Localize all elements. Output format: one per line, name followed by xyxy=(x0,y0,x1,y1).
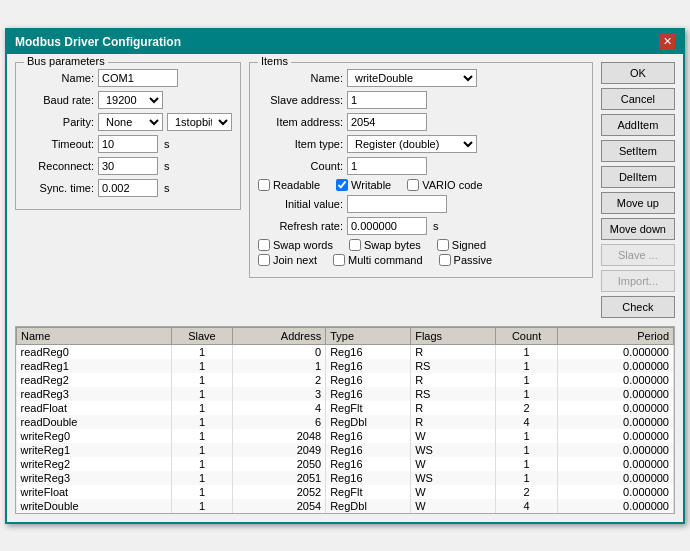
item-name-select[interactable]: writeDouble readReg0 readFloat xyxy=(347,69,477,87)
table-row[interactable]: readReg0 1 0 Reg16 R 1 0.000000 xyxy=(17,344,674,359)
passive-checkbox[interactable] xyxy=(439,254,451,266)
add-item-button[interactable]: AddItem xyxy=(601,114,675,136)
multi-command-checkbox[interactable] xyxy=(333,254,345,266)
slave-button[interactable]: Slave ... xyxy=(601,244,675,266)
reconnect-row: Reconnect: s xyxy=(24,157,232,175)
cell-address: 2050 xyxy=(233,457,326,471)
join-next-checkbox[interactable] xyxy=(258,254,270,266)
cell-count: 2 xyxy=(496,485,558,499)
cell-name: readReg3 xyxy=(17,387,172,401)
swap-bytes-label: Swap bytes xyxy=(364,239,421,251)
rwv-row: Readable Writable VARIO code xyxy=(258,179,584,191)
cell-count: 4 xyxy=(496,499,558,513)
cell-count: 1 xyxy=(496,359,558,373)
cell-flags: WS xyxy=(411,443,496,457)
reconnect-input[interactable] xyxy=(98,157,158,175)
ok-button[interactable]: OK xyxy=(601,62,675,84)
table-row[interactable]: writeDouble 1 2054 RegDbl W 4 0.000000 xyxy=(17,499,674,513)
cell-count: 4 xyxy=(496,415,558,429)
parity-row: Parity: None Even Odd 1stopbit 2stopbit xyxy=(24,113,232,131)
swap-words-label: Swap words xyxy=(273,239,333,251)
table-row[interactable]: readReg2 1 2 Reg16 R 1 0.000000 xyxy=(17,373,674,387)
name-input[interactable] xyxy=(98,69,178,87)
cell-period: 0.000000 xyxy=(558,359,674,373)
table-row[interactable]: readReg3 1 3 Reg16 RS 1 0.000000 xyxy=(17,387,674,401)
slave-address-input[interactable] xyxy=(347,91,427,109)
vario-checkbox[interactable] xyxy=(407,179,419,191)
cell-name: writeFloat xyxy=(17,485,172,499)
item-address-row: Item address: xyxy=(258,113,584,131)
set-item-button[interactable]: SetItem xyxy=(601,140,675,162)
cell-type: Reg16 xyxy=(326,387,411,401)
cell-name: writeReg0 xyxy=(17,429,172,443)
signed-checkbox[interactable] xyxy=(437,239,449,251)
cell-type: Reg16 xyxy=(326,373,411,387)
readable-checkbox[interactable] xyxy=(258,179,270,191)
cell-period: 0.000000 xyxy=(558,387,674,401)
signed-item: Signed xyxy=(437,239,486,251)
name-row: Name: xyxy=(24,69,232,87)
count-row: Count: xyxy=(258,157,584,175)
items-panel: Items Name: writeDouble readReg0 readFlo… xyxy=(249,62,593,318)
swap-row1: Swap words Swap bytes Signed xyxy=(258,239,584,251)
cell-address: 2051 xyxy=(233,471,326,485)
cell-type: Reg16 xyxy=(326,344,411,359)
item-address-input[interactable] xyxy=(347,113,427,131)
table-row[interactable]: readReg1 1 1 Reg16 RS 1 0.000000 xyxy=(17,359,674,373)
refresh-rate-row: Refresh rate: s xyxy=(258,217,584,235)
stopbit-select[interactable]: 1stopbit 2stopbit xyxy=(167,113,232,131)
cancel-button[interactable]: Cancel xyxy=(601,88,675,110)
table-row[interactable]: writeReg3 1 2051 Reg16 WS 1 0.000000 xyxy=(17,471,674,485)
table-row[interactable]: writeReg0 1 2048 Reg16 W 1 0.000000 xyxy=(17,429,674,443)
timeout-input[interactable] xyxy=(98,135,158,153)
table-row[interactable]: writeReg1 1 2049 Reg16 WS 1 0.000000 xyxy=(17,443,674,457)
writable-label: Writable xyxy=(351,179,391,191)
readable-checkbox-item: Readable xyxy=(258,179,320,191)
baud-rate-select[interactable]: 19200 9600 38400 xyxy=(98,91,163,109)
import-button[interactable]: Import... xyxy=(601,270,675,292)
parity-select[interactable]: None Even Odd xyxy=(98,113,163,131)
cell-name: readReg0 xyxy=(17,344,172,359)
cell-slave: 1 xyxy=(171,485,233,499)
cell-type: Reg16 xyxy=(326,359,411,373)
cell-period: 0.000000 xyxy=(558,471,674,485)
initial-value-input[interactable] xyxy=(347,195,447,213)
table-row[interactable]: readDouble 1 6 RegDbl R 4 0.000000 xyxy=(17,415,674,429)
check-button[interactable]: Check xyxy=(601,296,675,318)
cell-flags: W xyxy=(411,429,496,443)
item-type-label: Item type: xyxy=(258,138,343,150)
join-next-label: Join next xyxy=(273,254,317,266)
name-label: Name: xyxy=(24,72,94,84)
refresh-rate-input[interactable] xyxy=(347,217,427,235)
move-up-button[interactable]: Move up xyxy=(601,192,675,214)
cell-slave: 1 xyxy=(171,457,233,471)
items-title: Items xyxy=(258,55,291,67)
writable-checkbox[interactable] xyxy=(336,179,348,191)
table-row[interactable]: writeFloat 1 2052 RegFlt W 2 0.000000 xyxy=(17,485,674,499)
cell-name: writeReg3 xyxy=(17,471,172,485)
cell-slave: 1 xyxy=(171,401,233,415)
table-row[interactable]: readFloat 1 4 RegFlt R 2 0.000000 xyxy=(17,401,674,415)
cell-period: 0.000000 xyxy=(558,373,674,387)
swap-row2: Join next Multi command Passive xyxy=(258,254,584,266)
item-address-label: Item address: xyxy=(258,116,343,128)
cell-flags: R xyxy=(411,373,496,387)
close-button[interactable]: ✕ xyxy=(659,34,675,50)
bus-params-group: Bus parameters Name: Baud rate: 19200 96… xyxy=(15,62,241,210)
cell-address: 2052 xyxy=(233,485,326,499)
count-input[interactable] xyxy=(347,157,427,175)
swap-bytes-checkbox[interactable] xyxy=(349,239,361,251)
cell-slave: 1 xyxy=(171,471,233,485)
cell-name: readFloat xyxy=(17,401,172,415)
sync-time-input[interactable] xyxy=(98,179,158,197)
col-header-address: Address xyxy=(233,327,326,344)
item-type-select[interactable]: Register (double) Reg16 RegFlt xyxy=(347,135,477,153)
move-down-button[interactable]: Move down xyxy=(601,218,675,240)
table-row[interactable]: writeReg2 1 2050 Reg16 W 1 0.000000 xyxy=(17,457,674,471)
sync-time-row: Sync. time: s xyxy=(24,179,232,197)
del-item-button[interactable]: DelItem xyxy=(601,166,675,188)
swap-words-checkbox[interactable] xyxy=(258,239,270,251)
cell-period: 0.000000 xyxy=(558,485,674,499)
item-name-row: Name: writeDouble readReg0 readFloat xyxy=(258,69,584,87)
vario-checkbox-item: VARIO code xyxy=(407,179,482,191)
